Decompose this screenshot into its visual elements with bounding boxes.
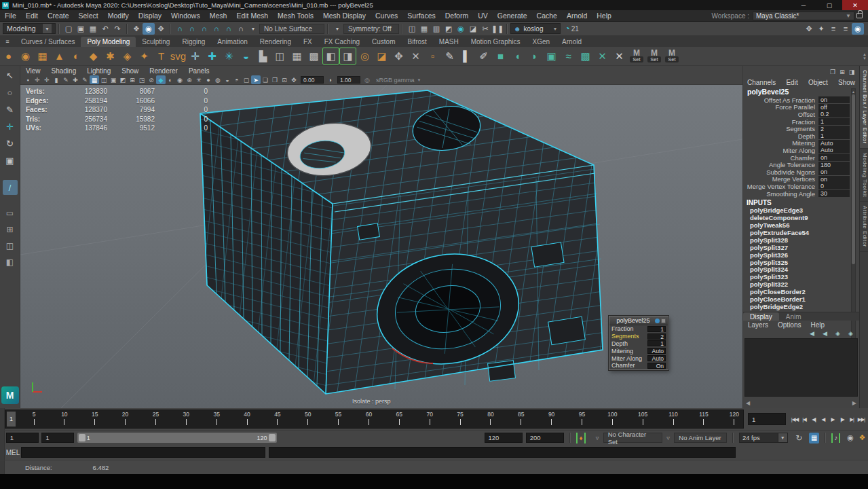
channel-attr-label[interactable]: Force Parallel bbox=[743, 103, 818, 111]
editor-attr-value[interactable]: 1 bbox=[647, 326, 666, 332]
layout-shortcut-icon[interactable]: ◧ bbox=[3, 255, 18, 270]
channel-attr-value[interactable]: 1 bbox=[818, 132, 850, 139]
bookmark-icon[interactable]: ▦ bbox=[809, 433, 819, 443]
menu-item[interactable]: Edit bbox=[21, 12, 43, 20]
chevron-down-icon[interactable]: ▼ bbox=[415, 75, 424, 84]
panel-menu-item[interactable]: Shading bbox=[46, 67, 82, 75]
shelf-tool-icon[interactable]: ▌ bbox=[458, 48, 475, 65]
menu-item[interactable]: Generate bbox=[493, 12, 532, 20]
shelf-tab[interactable]: FX bbox=[297, 37, 318, 47]
set-button[interactable]: MSet bbox=[646, 50, 662, 62]
editor-attr-value[interactable]: 1 bbox=[647, 340, 666, 346]
layout-shortcut-icon[interactable]: ⊞ bbox=[3, 222, 18, 237]
shelf-tool-icon[interactable]: ✱ bbox=[102, 48, 119, 65]
shelf-tab[interactable]: Arnold bbox=[556, 37, 588, 47]
set-button[interactable]: MSet bbox=[628, 50, 645, 62]
viewport-toolbar-icon[interactable]: ✎ bbox=[61, 75, 71, 84]
shelf-tool-icon[interactable]: ✚ bbox=[204, 48, 221, 65]
snap-icon[interactable]: ∩ bbox=[235, 23, 247, 35]
panel-menu-item[interactable]: Renderer bbox=[144, 67, 183, 75]
shelf-tool-icon[interactable]: ◖ bbox=[509, 48, 526, 65]
channel-attr-label[interactable]: Fraction bbox=[743, 118, 818, 126]
channel-attr-label[interactable]: Miter Along bbox=[743, 147, 818, 154]
viewport-toolbar-icon[interactable]: ▣ bbox=[109, 75, 118, 84]
viewport-toolbar-icon[interactable]: ▮ bbox=[52, 75, 61, 84]
channel-attr-label[interactable]: Subdivide Ngons bbox=[743, 168, 818, 176]
range-slider[interactable]: 1 120 bbox=[77, 433, 277, 443]
render-icon[interactable]: ◪ bbox=[467, 23, 479, 35]
panel-menu-item[interactable]: Show bbox=[116, 67, 144, 75]
maximize-button[interactable]: ▢ bbox=[816, 0, 842, 10]
gamma-icon[interactable]: ◗ bbox=[326, 75, 335, 84]
viewport-toolbar-icon[interactable]: ▪ bbox=[23, 75, 33, 84]
animation-end-field[interactable]: 200 bbox=[526, 433, 564, 443]
channel-attr-value[interactable]: on bbox=[818, 96, 850, 103]
chevron-down-icon[interactable]: ▽ bbox=[591, 432, 603, 443]
playback-button[interactable]: ▶| bbox=[847, 414, 856, 424]
exposure-icon[interactable]: ✥ bbox=[289, 75, 299, 84]
drag-handle[interactable] bbox=[0, 408, 5, 430]
menu-item[interactable]: Create bbox=[43, 12, 74, 20]
minimize-button[interactable]: ─ bbox=[791, 0, 816, 10]
layer-list-area[interactable] bbox=[744, 338, 858, 397]
layer-action-icon[interactable]: ◈ bbox=[846, 329, 855, 338]
shelf-tool-icon[interactable]: ◎ bbox=[356, 48, 373, 65]
snap-icon[interactable]: ∩ bbox=[174, 23, 186, 35]
shelf-menu-icon[interactable]: ≡ bbox=[1, 35, 14, 47]
layer-menu-item[interactable]: Layers bbox=[743, 321, 773, 329]
shelf-tool-icon[interactable]: svg bbox=[170, 48, 187, 65]
shelf-tool-icon[interactable]: ≈ bbox=[560, 48, 577, 65]
playback-start-field[interactable]: 1 bbox=[41, 433, 73, 443]
viewport-toolbar-icon[interactable]: ◩ bbox=[118, 75, 128, 84]
shelf-tool-icon[interactable]: ✕ bbox=[407, 48, 424, 65]
sidebar-vertical-tab[interactable]: Channel Box / Layer Editor bbox=[860, 66, 868, 149]
channel-attr-value[interactable]: 30 bbox=[818, 190, 850, 197]
channel-attr-label[interactable]: Merge Vertex Tolerance bbox=[743, 183, 818, 190]
chevron-down-icon[interactable]: ▼ bbox=[247, 23, 259, 35]
viewport-toolbar-icon[interactable]: ◉ bbox=[175, 75, 185, 84]
menu-item[interactable]: Mesh Tools bbox=[273, 12, 318, 20]
selection-mode-icon[interactable]: ❖ bbox=[130, 23, 143, 35]
shelf-tool-icon[interactable]: ✥ bbox=[390, 48, 407, 65]
menu-item[interactable]: Select bbox=[74, 12, 103, 20]
command-input[interactable] bbox=[21, 447, 265, 458]
layer-action-icon[interactable]: ◀ bbox=[820, 329, 829, 338]
channel-box-menu-item[interactable]: Channels bbox=[747, 79, 776, 86]
viewport-toolbar-icon[interactable]: ❏ bbox=[261, 75, 270, 84]
gamma-field[interactable]: 1.00 bbox=[337, 76, 360, 84]
shelf-tab[interactable]: FX Caching bbox=[318, 37, 366, 47]
channel-attr-label[interactable]: Chamfer bbox=[743, 154, 818, 162]
shelf-tab[interactable]: Curves / Surfaces bbox=[15, 37, 81, 47]
shelf-tab[interactable]: Poly Modeling bbox=[81, 37, 136, 47]
close-button[interactable]: ✕ bbox=[842, 0, 868, 10]
viewport-toolbar-icon[interactable]: ◒ bbox=[223, 75, 232, 84]
workspace-lock-icon[interactable] bbox=[856, 13, 863, 18]
set-key-icon[interactable]: ⬧ bbox=[576, 433, 586, 443]
playback-button[interactable]: ▶ bbox=[828, 414, 837, 424]
sidebar-vertical-tab[interactable]: Attribute Editor bbox=[860, 202, 868, 252]
current-tool-icon[interactable]: / bbox=[3, 180, 18, 195]
tool-icon[interactable]: ↖ bbox=[3, 68, 18, 83]
channel-attr-label[interactable]: Offset bbox=[743, 111, 818, 118]
fps-dropdown[interactable]: 24 fps bbox=[739, 433, 778, 443]
viewport-toolbar-icon[interactable]: ✳ bbox=[194, 75, 204, 84]
shelf-tab[interactable]: Bifrost bbox=[401, 37, 432, 47]
menu-item[interactable]: Help bbox=[592, 12, 616, 20]
scrollbar-thumb[interactable] bbox=[852, 94, 855, 264]
viewport-toolbar-icon[interactable]: ⊛ bbox=[185, 75, 194, 84]
channel-attr-value[interactable]: off bbox=[818, 104, 850, 111]
playback-loop-icon[interactable]: ↻ bbox=[793, 432, 805, 443]
sidebar-vertical-tab[interactable]: Modeling Toolkit bbox=[860, 149, 868, 202]
shelf-tab[interactable]: Custom bbox=[366, 37, 401, 47]
menu-item[interactable]: Mesh bbox=[205, 12, 232, 20]
menu-item[interactable]: Edit Mesh bbox=[231, 12, 273, 20]
menu-item[interactable]: Arnold bbox=[562, 12, 592, 20]
timeline-ruler[interactable]: 1 5 10 15 20 bbox=[5, 410, 744, 429]
channel-attr-label[interactable]: Merge Vertices bbox=[743, 175, 818, 183]
viewport-toolbar-icon[interactable]: ◍ bbox=[213, 75, 223, 84]
editor-mode-icon[interactable] bbox=[655, 319, 660, 323]
channel-attr-value[interactable]: 1 bbox=[818, 118, 850, 125]
shelf-tool-icon[interactable]: ✕ bbox=[611, 48, 628, 65]
sidebar-toggle-icon[interactable]: ✥ bbox=[803, 23, 815, 35]
viewport-toolbar-icon[interactable]: ✛ bbox=[33, 75, 42, 84]
